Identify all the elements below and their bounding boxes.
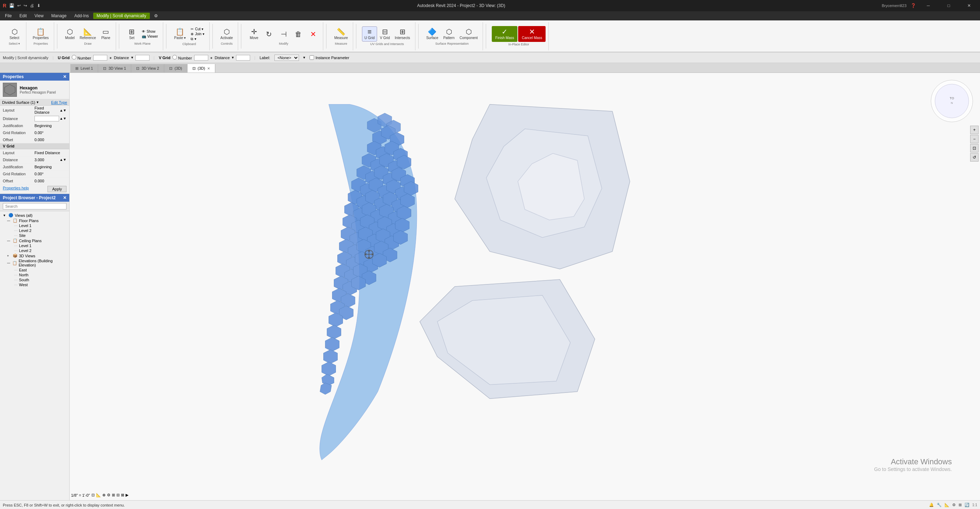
menu-manage[interactable]: Manage: [48, 13, 70, 19]
view-tab-3dview1[interactable]: ⊡ 3D View 1: [98, 64, 131, 72]
paste-button[interactable]: 📋 Paste ▾: [172, 27, 188, 41]
rt-fit[interactable]: ⊡: [970, 144, 978, 152]
quick-access-options[interactable]: ⬇: [37, 3, 40, 8]
rt-zoom-in[interactable]: +: [970, 126, 978, 134]
menu-addins[interactable]: Add-Ins: [71, 13, 92, 19]
viewer-button[interactable]: 📺 Viewer: [140, 34, 160, 39]
status-icon-5[interactable]: ⊞: [959, 503, 962, 507]
menu-edit[interactable]: Edit: [16, 13, 30, 19]
quick-access-undo[interactable]: ↩: [17, 3, 21, 8]
scale-icon-cross[interactable]: ⊠: [121, 493, 124, 497]
intersects-button[interactable]: ⊞ Intersects: [393, 27, 412, 41]
status-icon-4[interactable]: ⚙: [952, 503, 956, 507]
v-grid-button[interactable]: ⊟ V Grid: [378, 27, 392, 41]
status-icon-2[interactable]: 🔧: [937, 503, 942, 507]
label-down-icon[interactable]: ▾: [303, 55, 305, 60]
scale-icon-grid[interactable]: ⊞: [112, 493, 115, 497]
reference-button[interactable]: 📐 Reference: [78, 27, 98, 41]
component-button[interactable]: ⬡ Component: [457, 27, 480, 41]
plane-button[interactable]: ▭ Plane: [99, 27, 113, 41]
prop-distance-input[interactable]: 3.000: [35, 116, 59, 121]
activate-button[interactable]: ⬡ Activate: [218, 27, 235, 41]
floor-plans-toggle[interactable]: —: [7, 219, 11, 222]
tree-elevations[interactable]: — 📋 Elevations (Building Elevation): [0, 258, 69, 268]
prop-vdistance-scroll[interactable]: ▲▼: [59, 158, 67, 161]
quick-access-save[interactable]: 💾: [9, 3, 14, 8]
v-distance-down-icon[interactable]: ▾: [232, 55, 234, 60]
scale-icon-measure[interactable]: 📐: [96, 493, 101, 497]
tree-floor-plans[interactable]: — 📋 Floor Plans: [0, 218, 69, 223]
view-tab-level1[interactable]: ⊞ Level 1: [70, 64, 98, 72]
label-select[interactable]: <None>: [274, 54, 299, 61]
move-button[interactable]: ✛ Move: [247, 27, 261, 41]
menu-file[interactable]: File: [2, 13, 15, 19]
minimize-button[interactable]: ─: [920, 0, 936, 11]
tree-level2[interactable]: ···· Level 2: [0, 228, 69, 233]
close-button[interactable]: ✕: [961, 0, 977, 11]
status-icon-3[interactable]: 📐: [945, 503, 950, 507]
tree-ceiling-level2[interactable]: ···· Level 2: [0, 248, 69, 253]
properties-close-icon[interactable]: ✕: [63, 74, 67, 79]
browser-close-icon[interactable]: ✕: [63, 195, 67, 200]
cancel-modify-button[interactable]: ✕: [306, 29, 320, 39]
measure-button[interactable]: 📏 Measure: [332, 27, 350, 41]
v-distance-input[interactable]: 3: [236, 55, 250, 61]
tree-ceiling-level1[interactable]: ···· Level 1: [0, 243, 69, 248]
u-number-radio[interactable]: [72, 55, 76, 59]
tree-west[interactable]: ···· West: [0, 282, 69, 287]
tree-3d-views[interactable]: + 📦 3D Views: [0, 253, 69, 258]
join-button[interactable]: ⊕ Join ▾: [189, 32, 206, 36]
rotate-button[interactable]: ↻: [262, 29, 276, 39]
scale-icon-minus[interactable]: ⊟: [116, 493, 119, 497]
copy-button[interactable]: ⧉ ▾: [189, 37, 206, 41]
pattern-button[interactable]: ⬡ Pattern: [441, 27, 457, 41]
ceiling-plans-toggle[interactable]: —: [7, 239, 11, 243]
select-button[interactable]: ⬡ Select: [6, 27, 23, 41]
u-grid-button[interactable]: ≡ U Grid: [362, 26, 377, 41]
tree-east[interactable]: ···· East: [0, 268, 69, 273]
u-distance-input[interactable]: 3: [135, 55, 150, 61]
scale-icon-plus[interactable]: ⊕: [102, 493, 105, 497]
prop-select-down[interactable]: ▾: [37, 100, 39, 105]
3d-views-toggle[interactable]: +: [7, 254, 11, 258]
tree-north[interactable]: ···· North: [0, 273, 69, 278]
finish-mass-button[interactable]: ✓ Finish Mass: [492, 26, 517, 42]
quick-access-print[interactable]: 🖨: [30, 3, 34, 8]
help-icon[interactable]: ❓: [911, 3, 916, 8]
v-number-radio[interactable]: [172, 55, 177, 59]
scale-icon-gear[interactable]: ⚙: [107, 493, 110, 497]
cut-button[interactable]: ✂ Cut ▾: [189, 27, 206, 31]
tree-site[interactable]: ···· Site: [0, 233, 69, 238]
view-tab-close-3d-b[interactable]: ✕: [207, 67, 210, 70]
maximize-button[interactable]: □: [940, 0, 957, 11]
properties-button[interactable]: 📋 Properties: [30, 27, 51, 41]
rt-orbit[interactable]: ↺: [970, 153, 978, 161]
prop-layout-scroll[interactable]: ▲▼: [59, 109, 67, 112]
properties-help-link[interactable]: Properties help: [3, 186, 29, 192]
menu-modify[interactable]: Modify | Scroll dynamically: [93, 13, 150, 19]
u-number-input[interactable]: 23: [93, 55, 107, 61]
cancel-mass-button[interactable]: ✕ Cancel Mass: [518, 26, 546, 42]
rt-zoom-out[interactable]: −: [970, 135, 978, 143]
view-tab-3d-a[interactable]: ⊡ (3D): [164, 64, 187, 72]
menu-extra[interactable]: ⚙: [151, 13, 161, 19]
tree-views-all[interactable]: ▼ 🔵 Views (all): [0, 212, 69, 218]
apply-button[interactable]: Apply: [48, 186, 67, 192]
show-button[interactable]: 👁 Show: [140, 29, 160, 34]
instance-param-checkbox[interactable]: [310, 55, 314, 60]
tree-south[interactable]: ···· South: [0, 278, 69, 282]
status-sync[interactable]: 🔄: [964, 503, 969, 507]
user-account[interactable]: Brycemerrill23: [882, 3, 907, 8]
set-button[interactable]: ⊞ Set: [125, 27, 139, 41]
delete-button[interactable]: 🗑: [291, 29, 305, 39]
v-number-input[interactable]: 72: [194, 55, 208, 61]
nav-cube[interactable]: TO N: [931, 80, 973, 122]
views-toggle[interactable]: ▼: [3, 214, 7, 217]
u-distance-down-icon[interactable]: ▾: [131, 55, 133, 60]
view-tab-3d-b[interactable]: ⊡ (3D) ✕: [188, 64, 215, 72]
view-tab-3dview2[interactable]: ⊡ 3D View 2: [131, 64, 164, 72]
prop-distance-scroll[interactable]: ▲▼: [59, 116, 67, 120]
prop-edit-type-link[interactable]: Edit Type: [51, 101, 67, 105]
trim-button[interactable]: ⊣: [277, 29, 291, 39]
quick-access-redo[interactable]: ↪: [24, 3, 27, 8]
